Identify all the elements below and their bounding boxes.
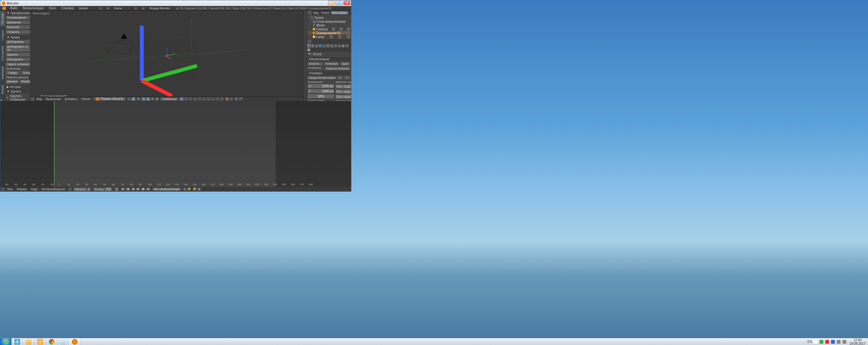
vh-select[interactable]: Выделение xyxy=(44,97,63,100)
tab-create[interactable]: Создать xyxy=(0,28,5,42)
menu-file[interactable]: Файл xyxy=(7,6,21,10)
vh-view[interactable]: Вид xyxy=(35,97,43,100)
frame-step[interactable]: Шаг кадра:1 xyxy=(335,94,351,99)
properties-body[interactable]: Визуализация Визуали... Анимация Аудио О… xyxy=(307,57,351,101)
n-panel[interactable] xyxy=(304,10,306,101)
vh-object[interactable]: Объект xyxy=(80,97,93,100)
keyset-icon[interactable]: 🔑 xyxy=(187,187,191,191)
scene-field[interactable]: Scene xyxy=(112,6,131,10)
tab-relations[interactable]: Отношения xyxy=(0,44,5,63)
tab-texture[interactable]: ▦ xyxy=(341,44,345,48)
res-pct[interactable]: 50% xyxy=(307,94,335,99)
audio-button[interactable]: Аудио xyxy=(340,62,350,66)
outliner-editor-icon[interactable] xyxy=(307,11,312,15)
pivot-btn[interactable]: ⊕ xyxy=(136,97,141,101)
tray-flag-icon[interactable] xyxy=(814,340,817,344)
tl-view[interactable]: Вид xyxy=(6,188,14,191)
menu-help[interactable]: Справка xyxy=(59,6,76,10)
frame-end[interactable]: Кон. кадр:250 xyxy=(335,89,351,94)
snap-toggle[interactable]: 🧲 xyxy=(225,97,229,101)
tab-physics[interactable]: Физика xyxy=(0,83,5,96)
res-x[interactable]: X:1920 px xyxy=(307,84,335,88)
anim-button[interactable]: Анимация xyxy=(323,62,339,66)
tl-start[interactable]: Начало:1 xyxy=(73,187,92,191)
task-wmp[interactable] xyxy=(34,338,46,345)
manip-toggle[interactable]: ↔ xyxy=(142,97,146,101)
timeline-strip[interactable]: -60-50-40-30-20-100102030405060708090100… xyxy=(0,101,351,187)
tray-icon-1[interactable] xyxy=(819,340,823,344)
task-chrome[interactable] xyxy=(46,338,57,345)
tray-icon-2[interactable] xyxy=(825,340,829,344)
layout-del[interactable]: × xyxy=(105,6,111,10)
manip-scale[interactable]: ■ xyxy=(155,97,159,101)
range-icon[interactable] xyxy=(68,188,72,191)
tab-constraints[interactable]: ⛓ xyxy=(326,44,330,48)
menu-render[interactable]: Визуализация xyxy=(21,6,46,10)
tl-current[interactable]: 1 xyxy=(114,187,120,191)
lang-indicator[interactable]: EN xyxy=(807,340,812,343)
opengl-render[interactable]: 📷 xyxy=(234,97,239,101)
tab-physics[interactable]: ⬤ xyxy=(307,48,310,52)
task-ie[interactable] xyxy=(11,338,23,345)
res-y[interactable]: Y:1080 px xyxy=(307,89,335,94)
tray-network-icon[interactable] xyxy=(837,340,841,344)
data-transfer-button[interactable]: Данные xyxy=(5,79,19,84)
snap-type[interactable]: ▫ xyxy=(229,97,234,101)
panel-render-head[interactable]: Визуализация xyxy=(307,57,350,61)
tray-clock[interactable]: 12:4919.09.2017 xyxy=(848,338,867,345)
outliner-filter-all[interactable]: Все сцены xyxy=(331,11,348,15)
tab-modifiers[interactable]: 🔧 xyxy=(330,44,334,48)
sync-mode[interactable]: Без синхронизации xyxy=(152,187,182,191)
panel-dim-head[interactable]: Размеры xyxy=(307,71,350,75)
start-button[interactable] xyxy=(0,338,11,345)
keyframe-next[interactable]: |▶ xyxy=(141,187,146,191)
scene-del[interactable]: × xyxy=(140,6,146,10)
task-notepad[interactable] xyxy=(57,338,69,345)
task-explorer[interactable] xyxy=(23,338,34,345)
tl-marker[interactable]: Маркер xyxy=(15,188,28,191)
tab-material[interactable]: ● xyxy=(338,44,341,48)
props-editor-icon[interactable] xyxy=(307,39,312,44)
layer-1[interactable] xyxy=(179,97,184,101)
outliner-tree[interactable]: ◯ Scene ▣ Слои визуализации World Camera… xyxy=(307,15,351,39)
tab-animation[interactable]: Анимация xyxy=(0,64,5,82)
maximize-button[interactable]: □ xyxy=(336,1,343,5)
task-blender[interactable] xyxy=(69,338,81,345)
outliner-view[interactable]: Вид xyxy=(312,11,319,15)
opengl-anim[interactable]: 🎬 xyxy=(239,97,243,101)
editor-type-icon[interactable] xyxy=(31,97,34,100)
engine-field[interactable]: Рендер Blender xyxy=(148,6,173,10)
orientation-selector[interactable]: Глобально xyxy=(160,97,179,101)
jump-end[interactable]: ⏭ xyxy=(146,187,151,191)
shading-wire[interactable]: ○ xyxy=(127,97,131,101)
tab-object[interactable]: □ xyxy=(322,44,326,48)
autokey-toggle[interactable]: ● xyxy=(183,187,187,191)
vh-add[interactable]: Добавить xyxy=(63,97,79,100)
mode-selector[interactable]: Режим объекта xyxy=(93,97,126,101)
play[interactable]: ▶ xyxy=(135,187,141,191)
frame-start[interactable]: Нач. кадр:1 xyxy=(335,84,351,89)
tray-icon-3[interactable] xyxy=(831,340,835,344)
scene-add[interactable]: + xyxy=(133,6,139,10)
shading-solid[interactable]: ● xyxy=(131,97,135,101)
layout-field[interactable]: Default xyxy=(77,6,96,10)
manip-translate[interactable]: ▲ xyxy=(146,97,150,101)
render-button[interactable]: Визуали... xyxy=(307,62,323,66)
menu-window[interactable]: Окно xyxy=(46,6,59,10)
editor-selector-icon[interactable] xyxy=(2,7,6,10)
tab-scene[interactable]: ◯ xyxy=(315,44,318,48)
keyframe-prev[interactable]: ◀| xyxy=(125,187,130,191)
tab-world[interactable]: 🌐 xyxy=(318,44,322,48)
play-rev[interactable]: ◀ xyxy=(130,187,135,191)
tray-volume-icon[interactable] xyxy=(842,340,846,344)
tab-tools[interactable]: Инструм xyxy=(0,11,5,27)
render-preset[interactable]: Предустановки визуализации xyxy=(307,76,336,80)
tl-playback[interactable]: Воспроизведение xyxy=(40,188,67,191)
titlebar[interactable]: Blender – □ ✕ xyxy=(0,0,351,6)
jump-start[interactable]: ⏮ xyxy=(120,187,125,191)
layout-add[interactable]: + xyxy=(98,6,104,10)
tab-data[interactable]: ▽ xyxy=(334,44,337,48)
outliner-search[interactable]: Поиск xyxy=(320,11,330,15)
tl-frame[interactable]: Кадр xyxy=(29,188,39,191)
timeline-editor-icon[interactable] xyxy=(1,188,5,191)
